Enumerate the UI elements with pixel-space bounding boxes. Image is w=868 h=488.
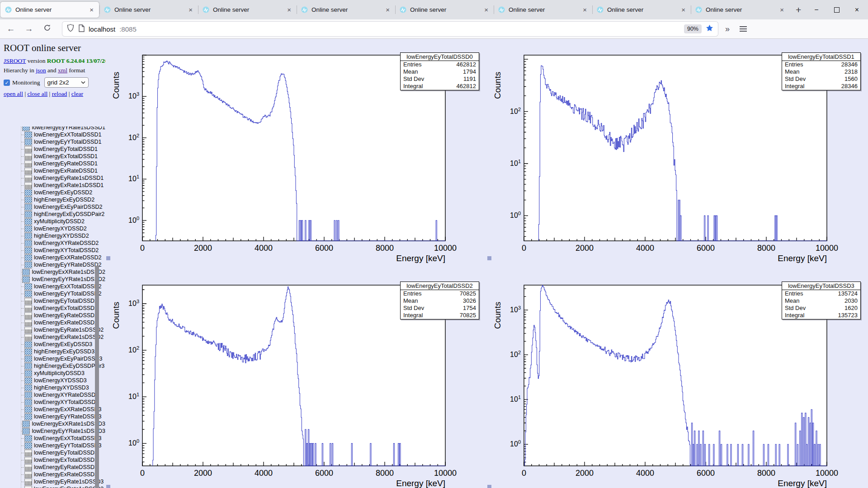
zoom-level-badge[interactable]: 90% (684, 24, 702, 33)
tab-close-icon[interactable]: × (286, 6, 292, 14)
plot-pad[interactable]: 0200040006000800010000100101102103 Energ… (105, 263, 486, 488)
tree-item[interactable]: highEnergyExEyDSSD3 (0, 348, 105, 355)
tree-item[interactable]: lowEnergyEyYRate1sDSSD3 (0, 427, 105, 435)
tree-item[interactable]: lowEnergyExXRate1sDSSD3 (0, 420, 105, 427)
tree-item[interactable]: lowEnergyExRate1sDSSD1 (0, 182, 105, 189)
tree-item[interactable]: lowEnergyEyRateDSSD1 (0, 160, 105, 167)
tree-item[interactable]: lowEnergyExEyDSSD3 (0, 341, 105, 348)
tree-item[interactable]: lowEnergyXYTotalDSSD3 (0, 399, 105, 406)
tab-close-icon[interactable]: × (483, 6, 489, 14)
back-icon[interactable]: ← (5, 24, 16, 34)
tree-item[interactable]: highEnergyExEyDSSDPair3 (0, 362, 105, 370)
jsroot-link[interactable]: JSROOT (4, 57, 26, 64)
monitoring-checkbox[interactable]: ✓ (4, 80, 10, 86)
tree-item[interactable]: lowEnergyExEyPairDSSD3 (0, 355, 105, 362)
tree-item[interactable]: lowEnergyExTotalDSSD3 (0, 456, 105, 464)
tree-item[interactable]: xyMultiplicityDSSD3 (0, 370, 105, 377)
sidebar-scrollbar-thumb[interactable] (95, 266, 99, 488)
tree-item[interactable]: lowEnergyExTotalDSSD2 (0, 305, 105, 312)
window-close-icon[interactable]: × (855, 6, 859, 14)
reload-icon[interactable] (42, 24, 52, 34)
plot-pad[interactable]: 0200040006000800010000100101102103 Energ… (487, 263, 868, 488)
xml-link[interactable]: xml (58, 67, 67, 74)
tab-close-icon[interactable]: × (779, 6, 785, 14)
browser-tab[interactable]: Online server× (297, 0, 395, 19)
browser-tab[interactable]: Online server× (198, 0, 297, 19)
tree-item[interactable]: lowEnergyXYRateDSSD2 (0, 239, 105, 247)
tree-item[interactable]: lowEnergyExEyPairDSSD2 (0, 203, 105, 211)
app-menu-icon[interactable] (740, 28, 747, 29)
tree-item[interactable]: lowEnergyXYDSSD3 (0, 377, 105, 384)
pad-splitter-handle[interactable] (106, 485, 110, 488)
stats-box[interactable]: lowEnergyEyTotalDSSD2 Entries70825Mean30… (400, 282, 479, 319)
tree-item[interactable]: lowEnergyExRate1sDSSD2 (0, 333, 105, 341)
tree-item[interactable]: lowEnergyEyYRateDSSD2 (0, 261, 105, 268)
tab-close-icon[interactable]: × (680, 6, 686, 14)
layout-select[interactable]: grid 2x2 (44, 77, 89, 88)
browser-tab[interactable]: Online server× (691, 0, 789, 19)
close-all-link[interactable]: close all (28, 90, 52, 97)
tree-item[interactable]: lowEnergyExRateDSSD1 (0, 167, 105, 174)
tree-item[interactable]: lowEnergyExXTotalDSSD2 (0, 283, 105, 290)
tree-item[interactable]: lowEnergyXYDSSD2 (0, 225, 105, 232)
tree-item[interactable]: lowEnergyEyRateDSSD3 (0, 464, 105, 471)
bookmark-star-icon[interactable] (706, 24, 713, 33)
tab-close-icon[interactable]: × (385, 6, 391, 14)
tree-item[interactable]: lowEnergyExRateDSSD2 (0, 319, 105, 326)
json-link[interactable]: json (36, 67, 46, 74)
tree-item[interactable]: lowEnergyExXTotalDSSD3 (0, 435, 105, 442)
plot-pad[interactable]: 0200040006000800010000100101102 Energy [… (487, 39, 868, 263)
tab-close-icon[interactable]: × (582, 6, 588, 14)
forward-icon[interactable]: → (24, 24, 34, 34)
open-all-link[interactable]: open all (4, 90, 28, 97)
tree-item[interactable]: lowEnergyEyRate1sDSSD3 (0, 478, 105, 485)
tree-item[interactable]: lowEnergyEyYRate1sDSSD1 (0, 127, 105, 131)
tree-item[interactable]: lowEnergyEyYTotalDSSD2 (0, 290, 105, 297)
tree-item[interactable]: lowEnergyEyYTotalDSSD3 (0, 442, 105, 449)
stats-box[interactable]: lowEnergyEyTotalDSSD0 Entries462812Mean1… (400, 52, 479, 90)
plot-pad[interactable]: 0200040006000800010000100101102103 Energ… (105, 39, 486, 263)
tree-item[interactable]: lowEnergyEyRate1sDSSD2 (0, 326, 105, 333)
tree-item[interactable]: lowEnergyExXTotalDSSD1 (0, 131, 105, 138)
tree-item[interactable]: lowEnergyEyTotalDSSD3 (0, 449, 105, 456)
tree-item[interactable]: lowEnergyExRate1sDSSD3 (0, 485, 105, 488)
url-bar[interactable]: localhost:8085 90% (62, 22, 718, 36)
tree-item[interactable]: highEnergyExEyDSSD2 (0, 196, 105, 203)
shield-icon[interactable] (67, 24, 74, 34)
stats-box[interactable]: lowEnergyEyTotalDSSD1 Entries28346Mean23… (782, 52, 861, 90)
maximize-icon[interactable] (834, 7, 840, 13)
tree-item[interactable]: lowEnergyXYRateDSSD3 (0, 391, 105, 399)
browser-tab[interactable]: Online server× (494, 0, 592, 19)
pad-splitter-handle[interactable] (487, 485, 491, 488)
tree-item[interactable]: highEnergyExEyDSSDPair2 (0, 211, 105, 218)
tree-item[interactable]: lowEnergyExTotalDSSD1 (0, 153, 105, 160)
tree-item[interactable]: lowEnergyExEyDSSD2 (0, 189, 105, 196)
tree-item[interactable]: lowEnergyExXRateDSSD2 (0, 254, 105, 261)
tab-close-icon[interactable]: × (89, 6, 94, 14)
browser-tab[interactable]: Online server× (592, 0, 691, 19)
browser-tab[interactable]: Online server× (99, 0, 198, 19)
tree-item[interactable]: highEnergyXYDSSD3 (0, 384, 105, 391)
tree-item[interactable]: lowEnergyExRateDSSD3 (0, 471, 105, 478)
tree-item[interactable]: xyMultiplicityDSSD2 (0, 218, 105, 225)
clear-link[interactable]: clear (71, 90, 83, 97)
stats-box[interactable]: lowEnergyEyTotalDSSD3 Entries135724Mean2… (782, 282, 861, 319)
pad-splitter-handle[interactable] (487, 256, 491, 260)
browser-tab[interactable]: Online server× (395, 0, 494, 19)
tree-item[interactable]: lowEnergyEyRate1sDSSD1 (0, 174, 105, 182)
tree-item[interactable]: lowEnergyEyTotalDSSD1 (0, 145, 105, 153)
browser-tab[interactable]: Online server× (0, 2, 99, 18)
tree-item[interactable]: lowEnergyEyYRate1sDSSD2 (0, 276, 105, 283)
overflow-menu-icon[interactable]: » (725, 24, 730, 34)
tab-close-icon[interactable]: × (188, 6, 193, 14)
tree-item[interactable]: lowEnergyExXRate1sDSSD2 (0, 268, 105, 276)
minimize-icon[interactable]: − (814, 6, 818, 14)
pad-splitter-handle[interactable] (106, 256, 110, 260)
tree-item[interactable]: lowEnergyExXRateDSSD3 (0, 406, 105, 413)
tree-item[interactable]: lowEnergyXYTotalDSSD2 (0, 247, 105, 254)
tree-item[interactable]: highEnergyXYDSSD2 (0, 232, 105, 239)
tree-item[interactable]: lowEnergyEyTotalDSSD2 (0, 297, 105, 305)
tree-item[interactable]: lowEnergyEyYRateDSSD3 (0, 413, 105, 420)
page-info-icon[interactable] (78, 24, 85, 34)
reload-link[interactable]: reload (52, 90, 71, 97)
